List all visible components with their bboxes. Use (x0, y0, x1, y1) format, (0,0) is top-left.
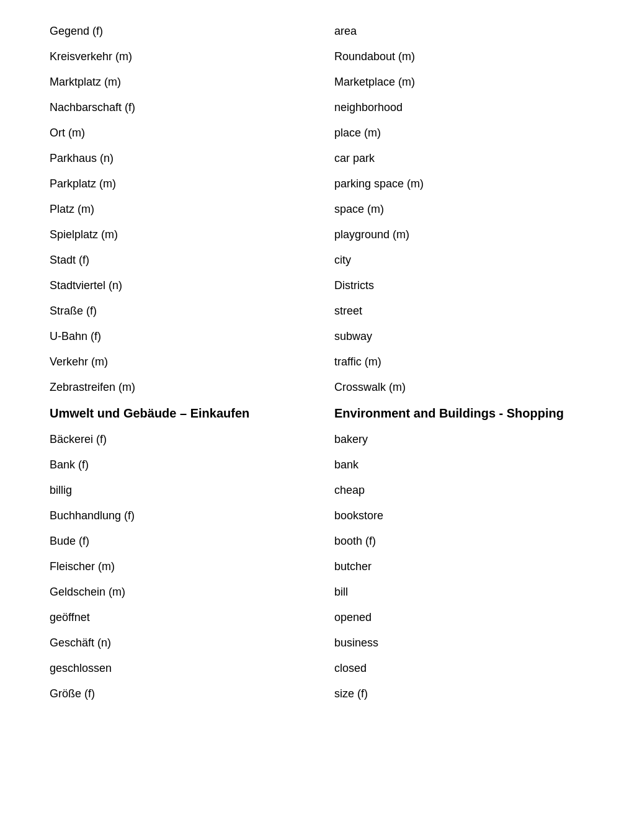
table-row: Buchhandlung (f)bookstore (25, 503, 594, 529)
german-term: Größe (f) (25, 681, 310, 707)
table-row: Spielplatz (m)playground (m) (25, 222, 594, 248)
german-term: U-Bahn (f) (25, 324, 310, 349)
english-term: playground (m) (310, 222, 594, 248)
german-term: Platz (m) (25, 197, 310, 222)
german-term: Bank (f) (25, 452, 310, 478)
table-row: Verkehr (m)traffic (m) (25, 349, 594, 375)
german-term: Stadtviertel (n) (25, 273, 310, 298)
table-row: Nachbarschaft (f)neighborhood (25, 95, 594, 120)
english-term: space (m) (310, 197, 594, 222)
german-term: geschlossen (25, 656, 310, 681)
german-term: Verkehr (m) (25, 349, 310, 375)
german-term: Parkplatz (m) (25, 171, 310, 197)
german-term: billig (25, 478, 310, 503)
vocabulary-table: Gegend (f)areaKreisverkehr (m)Roundabout… (25, 19, 594, 707)
english-term: Marketplace (m) (310, 69, 594, 95)
table-row: Zebrastreifen (m)Crosswalk (m) (25, 375, 594, 400)
table-row: U-Bahn (f)subway (25, 324, 594, 349)
english-term: city (310, 248, 594, 273)
german-term: geöffnet (25, 605, 310, 630)
table-row: Stadtviertel (n)Districts (25, 273, 594, 298)
english-term: size (f) (310, 681, 594, 707)
german-term: Ort (m) (25, 120, 310, 146)
section-header-row: Umwelt und Gebäude – EinkaufenEnvironmen… (25, 400, 594, 427)
table-row: Parkplatz (m)parking space (m) (25, 171, 594, 197)
table-row: Fleischer (m)butcher (25, 554, 594, 579)
table-row: Straße (f)street (25, 298, 594, 324)
section-header-german: Umwelt und Gebäude – Einkaufen (25, 400, 310, 427)
english-term: area (310, 19, 594, 44)
english-term: bank (310, 452, 594, 478)
table-row: Bude (f)booth (f) (25, 529, 594, 554)
table-row: billigcheap (25, 478, 594, 503)
table-row: Marktplatz (m)Marketplace (m) (25, 69, 594, 95)
german-term: Geschäft (n) (25, 630, 310, 656)
english-term: butcher (310, 554, 594, 579)
english-term: opened (310, 605, 594, 630)
table-row: Größe (f)size (f) (25, 681, 594, 707)
english-term: place (m) (310, 120, 594, 146)
table-row: Geschäft (n)business (25, 630, 594, 656)
table-row: Ort (m)place (m) (25, 120, 594, 146)
table-row: Platz (m)space (m) (25, 197, 594, 222)
german-term: Parkhaus (n) (25, 146, 310, 171)
english-term: Roundabout (m) (310, 44, 594, 69)
english-term: street (310, 298, 594, 324)
english-term: subway (310, 324, 594, 349)
english-term: traffic (m) (310, 349, 594, 375)
german-term: Straße (f) (25, 298, 310, 324)
german-term: Gegend (f) (25, 19, 310, 44)
german-term: Nachbarschaft (f) (25, 95, 310, 120)
table-row: Geldschein (m)bill (25, 579, 594, 605)
german-term: Spielplatz (m) (25, 222, 310, 248)
table-row: Bank (f)bank (25, 452, 594, 478)
english-term: business (310, 630, 594, 656)
table-row: geöffnetopened (25, 605, 594, 630)
english-term: parking space (m) (310, 171, 594, 197)
english-term: bakery (310, 427, 594, 452)
table-row: geschlossenclosed (25, 656, 594, 681)
english-term: cheap (310, 478, 594, 503)
german-term: Marktplatz (m) (25, 69, 310, 95)
english-term: Crosswalk (m) (310, 375, 594, 400)
table-row: Kreisverkehr (m)Roundabout (m) (25, 44, 594, 69)
english-term: neighborhood (310, 95, 594, 120)
english-term: Districts (310, 273, 594, 298)
english-term: car park (310, 146, 594, 171)
table-row: Bäckerei (f)bakery (25, 427, 594, 452)
table-row: Gegend (f)area (25, 19, 594, 44)
german-term: Stadt (f) (25, 248, 310, 273)
table-row: Parkhaus (n)car park (25, 146, 594, 171)
english-term: closed (310, 656, 594, 681)
german-term: Buchhandlung (f) (25, 503, 310, 529)
german-term: Zebrastreifen (m) (25, 375, 310, 400)
english-term: bookstore (310, 503, 594, 529)
section-header-english: Environment and Buildings - Shopping (310, 400, 594, 427)
german-term: Bäckerei (f) (25, 427, 310, 452)
german-term: Geldschein (m) (25, 579, 310, 605)
german-term: Bude (f) (25, 529, 310, 554)
german-term: Kreisverkehr (m) (25, 44, 310, 69)
table-row: Stadt (f)city (25, 248, 594, 273)
german-term: Fleischer (m) (25, 554, 310, 579)
english-term: booth (f) (310, 529, 594, 554)
english-term: bill (310, 579, 594, 605)
